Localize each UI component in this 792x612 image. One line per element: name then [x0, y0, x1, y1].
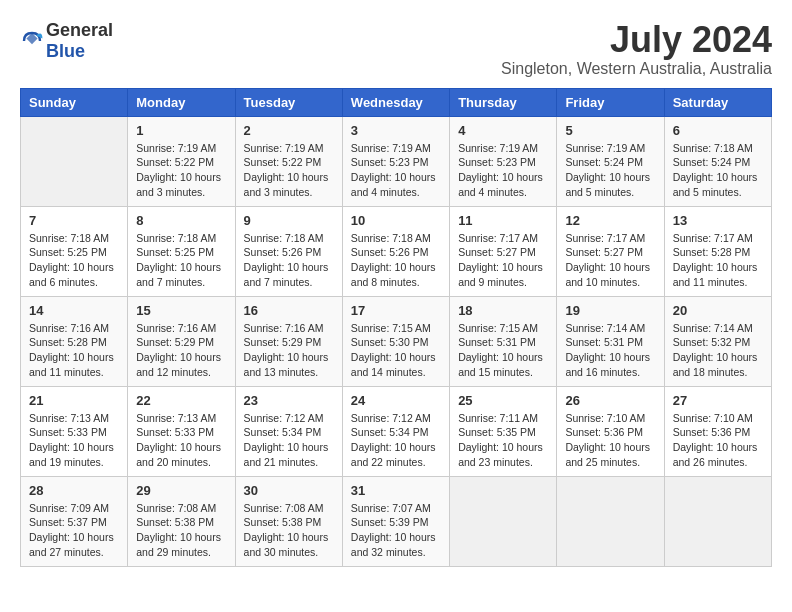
day-number: 2 — [244, 123, 334, 138]
day-number: 20 — [673, 303, 763, 318]
column-header-friday: Friday — [557, 88, 664, 116]
day-number: 1 — [136, 123, 226, 138]
day-number: 23 — [244, 393, 334, 408]
day-info: Sunrise: 7:19 AMSunset: 5:22 PMDaylight:… — [136, 141, 226, 200]
logo-icon — [20, 29, 44, 53]
day-number: 5 — [565, 123, 655, 138]
day-info: Sunrise: 7:19 AMSunset: 5:24 PMDaylight:… — [565, 141, 655, 200]
day-number: 15 — [136, 303, 226, 318]
day-number: 17 — [351, 303, 441, 318]
day-info: Sunrise: 7:17 AMSunset: 5:27 PMDaylight:… — [458, 231, 548, 290]
calendar-cell: 14Sunrise: 7:16 AMSunset: 5:28 PMDayligh… — [21, 296, 128, 386]
calendar-cell: 17Sunrise: 7:15 AMSunset: 5:30 PMDayligh… — [342, 296, 449, 386]
day-number: 21 — [29, 393, 119, 408]
day-info: Sunrise: 7:18 AMSunset: 5:25 PMDaylight:… — [29, 231, 119, 290]
day-number: 31 — [351, 483, 441, 498]
calendar-cell: 1Sunrise: 7:19 AMSunset: 5:22 PMDaylight… — [128, 116, 235, 206]
calendar-week-row: 7Sunrise: 7:18 AMSunset: 5:25 PMDaylight… — [21, 206, 772, 296]
day-info: Sunrise: 7:12 AMSunset: 5:34 PMDaylight:… — [351, 411, 441, 470]
column-header-thursday: Thursday — [450, 88, 557, 116]
calendar-cell: 22Sunrise: 7:13 AMSunset: 5:33 PMDayligh… — [128, 386, 235, 476]
calendar-cell: 28Sunrise: 7:09 AMSunset: 5:37 PMDayligh… — [21, 476, 128, 566]
calendar-cell: 19Sunrise: 7:14 AMSunset: 5:31 PMDayligh… — [557, 296, 664, 386]
day-info: Sunrise: 7:18 AMSunset: 5:24 PMDaylight:… — [673, 141, 763, 200]
calendar-cell — [664, 476, 771, 566]
calendar-cell: 27Sunrise: 7:10 AMSunset: 5:36 PMDayligh… — [664, 386, 771, 476]
day-info: Sunrise: 7:17 AMSunset: 5:28 PMDaylight:… — [673, 231, 763, 290]
day-number: 27 — [673, 393, 763, 408]
column-header-saturday: Saturday — [664, 88, 771, 116]
calendar-cell: 23Sunrise: 7:12 AMSunset: 5:34 PMDayligh… — [235, 386, 342, 476]
calendar-week-row: 14Sunrise: 7:16 AMSunset: 5:28 PMDayligh… — [21, 296, 772, 386]
calendar-table: SundayMondayTuesdayWednesdayThursdayFrid… — [20, 88, 772, 567]
calendar-cell: 18Sunrise: 7:15 AMSunset: 5:31 PMDayligh… — [450, 296, 557, 386]
day-number: 14 — [29, 303, 119, 318]
day-number: 28 — [29, 483, 119, 498]
calendar-cell: 11Sunrise: 7:17 AMSunset: 5:27 PMDayligh… — [450, 206, 557, 296]
day-info: Sunrise: 7:13 AMSunset: 5:33 PMDaylight:… — [29, 411, 119, 470]
calendar-cell: 16Sunrise: 7:16 AMSunset: 5:29 PMDayligh… — [235, 296, 342, 386]
calendar-cell: 26Sunrise: 7:10 AMSunset: 5:36 PMDayligh… — [557, 386, 664, 476]
calendar-cell: 15Sunrise: 7:16 AMSunset: 5:29 PMDayligh… — [128, 296, 235, 386]
day-number: 9 — [244, 213, 334, 228]
day-number: 16 — [244, 303, 334, 318]
calendar-cell: 29Sunrise: 7:08 AMSunset: 5:38 PMDayligh… — [128, 476, 235, 566]
day-number: 25 — [458, 393, 548, 408]
calendar-cell: 31Sunrise: 7:07 AMSunset: 5:39 PMDayligh… — [342, 476, 449, 566]
day-number: 13 — [673, 213, 763, 228]
calendar-cell: 7Sunrise: 7:18 AMSunset: 5:25 PMDaylight… — [21, 206, 128, 296]
calendar-cell: 12Sunrise: 7:17 AMSunset: 5:27 PMDayligh… — [557, 206, 664, 296]
day-number: 8 — [136, 213, 226, 228]
day-info: Sunrise: 7:09 AMSunset: 5:37 PMDaylight:… — [29, 501, 119, 560]
day-info: Sunrise: 7:19 AMSunset: 5:23 PMDaylight:… — [351, 141, 441, 200]
day-info: Sunrise: 7:12 AMSunset: 5:34 PMDaylight:… — [244, 411, 334, 470]
day-number: 11 — [458, 213, 548, 228]
day-info: Sunrise: 7:15 AMSunset: 5:30 PMDaylight:… — [351, 321, 441, 380]
day-info: Sunrise: 7:14 AMSunset: 5:32 PMDaylight:… — [673, 321, 763, 380]
day-info: Sunrise: 7:16 AMSunset: 5:29 PMDaylight:… — [244, 321, 334, 380]
day-number: 26 — [565, 393, 655, 408]
day-info: Sunrise: 7:13 AMSunset: 5:33 PMDaylight:… — [136, 411, 226, 470]
calendar-cell: 6Sunrise: 7:18 AMSunset: 5:24 PMDaylight… — [664, 116, 771, 206]
day-info: Sunrise: 7:08 AMSunset: 5:38 PMDaylight:… — [244, 501, 334, 560]
calendar-week-row: 21Sunrise: 7:13 AMSunset: 5:33 PMDayligh… — [21, 386, 772, 476]
calendar-cell: 5Sunrise: 7:19 AMSunset: 5:24 PMDaylight… — [557, 116, 664, 206]
day-info: Sunrise: 7:10 AMSunset: 5:36 PMDaylight:… — [673, 411, 763, 470]
day-number: 22 — [136, 393, 226, 408]
calendar-cell — [450, 476, 557, 566]
day-info: Sunrise: 7:15 AMSunset: 5:31 PMDaylight:… — [458, 321, 548, 380]
calendar-cell: 10Sunrise: 7:18 AMSunset: 5:26 PMDayligh… — [342, 206, 449, 296]
day-number: 6 — [673, 123, 763, 138]
day-number: 18 — [458, 303, 548, 318]
column-header-wednesday: Wednesday — [342, 88, 449, 116]
calendar-cell: 21Sunrise: 7:13 AMSunset: 5:33 PMDayligh… — [21, 386, 128, 476]
day-number: 7 — [29, 213, 119, 228]
location-subtitle: Singleton, Western Australia, Australia — [501, 60, 772, 78]
day-info: Sunrise: 7:18 AMSunset: 5:26 PMDaylight:… — [244, 231, 334, 290]
day-info: Sunrise: 7:18 AMSunset: 5:25 PMDaylight:… — [136, 231, 226, 290]
day-number: 12 — [565, 213, 655, 228]
logo-blue-text: Blue — [46, 41, 85, 61]
day-number: 10 — [351, 213, 441, 228]
calendar-week-row: 28Sunrise: 7:09 AMSunset: 5:37 PMDayligh… — [21, 476, 772, 566]
calendar-cell: 30Sunrise: 7:08 AMSunset: 5:38 PMDayligh… — [235, 476, 342, 566]
column-header-tuesday: Tuesday — [235, 88, 342, 116]
day-info: Sunrise: 7:19 AMSunset: 5:23 PMDaylight:… — [458, 141, 548, 200]
day-info: Sunrise: 7:19 AMSunset: 5:22 PMDaylight:… — [244, 141, 334, 200]
day-info: Sunrise: 7:08 AMSunset: 5:38 PMDaylight:… — [136, 501, 226, 560]
day-number: 4 — [458, 123, 548, 138]
day-info: Sunrise: 7:16 AMSunset: 5:28 PMDaylight:… — [29, 321, 119, 380]
calendar-cell: 3Sunrise: 7:19 AMSunset: 5:23 PMDaylight… — [342, 116, 449, 206]
column-header-sunday: Sunday — [21, 88, 128, 116]
day-info: Sunrise: 7:18 AMSunset: 5:26 PMDaylight:… — [351, 231, 441, 290]
calendar-cell: 4Sunrise: 7:19 AMSunset: 5:23 PMDaylight… — [450, 116, 557, 206]
title-block: July 2024 Singleton, Western Australia, … — [501, 20, 772, 78]
calendar-cell — [21, 116, 128, 206]
calendar-cell — [557, 476, 664, 566]
calendar-cell: 13Sunrise: 7:17 AMSunset: 5:28 PMDayligh… — [664, 206, 771, 296]
day-number: 3 — [351, 123, 441, 138]
calendar-cell: 9Sunrise: 7:18 AMSunset: 5:26 PMDaylight… — [235, 206, 342, 296]
calendar-cell: 20Sunrise: 7:14 AMSunset: 5:32 PMDayligh… — [664, 296, 771, 386]
calendar-week-row: 1Sunrise: 7:19 AMSunset: 5:22 PMDaylight… — [21, 116, 772, 206]
calendar-cell: 25Sunrise: 7:11 AMSunset: 5:35 PMDayligh… — [450, 386, 557, 476]
